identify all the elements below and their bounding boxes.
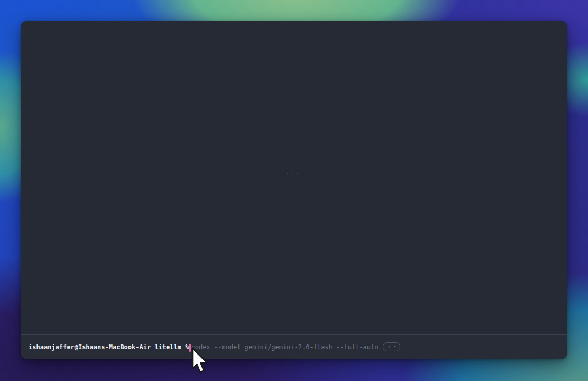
prompt-directory: litellm (154, 344, 181, 350)
prompt-user-host: ishaanjaffer@Ishaans-MacBook-Air (29, 344, 151, 350)
prompt-symbol: % (185, 344, 189, 350)
command-input-row[interactable]: ishaanjaffer@Ishaans-MacBook-Air litellm… (21, 335, 567, 359)
terminal-window: ··· ishaanjaffer@Ishaans-MacBook-Air lit… (21, 21, 567, 359)
desktop-wallpaper: ··· ishaanjaffer@Ishaans-MacBook-Air lit… (0, 0, 588, 381)
prompt-space (181, 344, 185, 350)
prompt-space (151, 344, 154, 350)
autosuggestion-text: codex --model gemini/gemini-2.0-flash --… (191, 344, 378, 350)
autocomplete-hint-badge: → · (383, 342, 400, 351)
loading-dots: ··· (286, 170, 301, 177)
terminal-output: ··· (21, 21, 567, 334)
